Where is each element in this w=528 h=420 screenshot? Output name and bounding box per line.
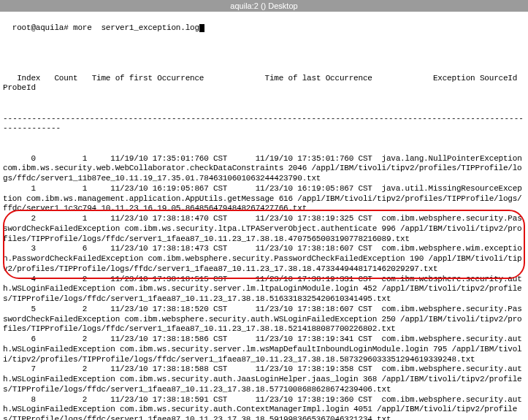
log-row: 4 2 11/23/10 17:38:18:515 CST 11/23/10 1… bbox=[3, 275, 525, 305]
cursor bbox=[199, 24, 204, 32]
table-header: Index Count Time of first Occurrence Tim… bbox=[3, 74, 525, 94]
separator: ----------------------------------------… bbox=[3, 114, 525, 134]
window-titlebar: aquila:2 () Desktop bbox=[0, 0, 528, 12]
window-title: aquila:2 () Desktop bbox=[230, 1, 297, 10]
shell-prompt: root@aquila# bbox=[12, 23, 73, 32]
log-row: 0 1 11/19/10 17:35:01:760 CST 11/19/10 1… bbox=[3, 154, 525, 184]
shell-command: more server1_exception.log bbox=[73, 23, 199, 32]
highlighted-region: 2 1 11/23/10 17:38:18:470 CST 11/23/10 1… bbox=[3, 214, 525, 275]
log-row: 8 2 11/23/10 17:38:18:591 CST 11/23/10 1… bbox=[3, 395, 525, 421]
log-row: 1 1 11/23/10 16:19:05:867 CST 11/23/10 1… bbox=[3, 184, 525, 214]
terminal-body[interactable]: root@aquila# more server1_exception.log … bbox=[0, 12, 528, 420]
log-row: 7 2 11/23/10 17:38:18:588 CST 11/23/10 1… bbox=[3, 364, 525, 394]
log-row: 3 6 11/23/10 17:38:18:473 CST 11/23/10 1… bbox=[3, 244, 525, 274]
log-row: 6 2 11/23/10 17:38:18:586 CST 11/23/10 1… bbox=[3, 335, 525, 364]
log-row: 2 1 11/23/10 17:38:18:470 CST 11/23/10 1… bbox=[3, 214, 525, 244]
log-row: 5 2 11/23/10 17:38:18:520 CST 11/23/10 1… bbox=[3, 305, 525, 335]
